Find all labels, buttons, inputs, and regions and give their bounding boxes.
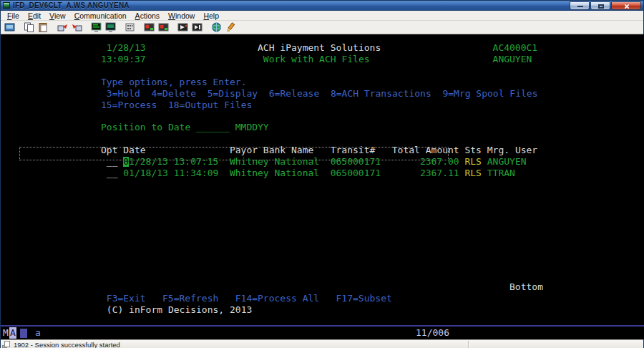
terminal-row: __01/28/13 13:07:15Whitney National06500… bbox=[101, 156, 552, 168]
terminal-cursor: 0 bbox=[123, 157, 129, 167]
title-bar[interactable]: IFD_DEV6CLT_A.WS ANGUYENA bbox=[1, 1, 643, 11]
toolbar-separator bbox=[117, 21, 122, 34]
terminal-row: Type options, press Enter. bbox=[101, 77, 552, 88]
toolbar-separator bbox=[84, 21, 89, 34]
screen-date: 1/28/13 bbox=[107, 42, 146, 54]
terminal-row: 15=Process 18=Output Files bbox=[101, 100, 552, 111]
display-session-icon bbox=[91, 22, 102, 32]
terminal-row: F3=ExitF5=RefreshF14=Process AllF17=Subs… bbox=[101, 293, 552, 304]
bottom-indicator: Bottom bbox=[509, 281, 543, 293]
record-macro-icon bbox=[144, 22, 155, 32]
application-window: IFD_DEV6CLT_A.WS ANGUYENA FileEditViewCo… bbox=[0, 0, 644, 348]
menu-view[interactable]: View bbox=[45, 11, 70, 20]
minimize-button[interactable] bbox=[570, 1, 590, 10]
payor-bank-2: Whitney National bbox=[230, 168, 319, 179]
status-bar: 1902 - Session successfully started bbox=[1, 339, 643, 348]
web-browser-icon[interactable] bbox=[209, 21, 223, 34]
step-macro-icon bbox=[192, 22, 203, 32]
opt-input-row-2[interactable]: __ bbox=[107, 168, 118, 179]
terminal-screen[interactable]: 1/28/13ACH iPayment SolutionsAC4000C113:… bbox=[101, 42, 552, 329]
col-header-opt: Opt bbox=[101, 145, 117, 156]
fkey-f3[interactable]: F3=Exit bbox=[107, 293, 146, 304]
status-message: 1902 - Session successfully started bbox=[14, 341, 120, 348]
screen-time: 13:09:37 bbox=[101, 54, 146, 65]
paste-icon bbox=[38, 22, 49, 32]
screen-capture-icon bbox=[4, 22, 15, 32]
screen-title: ACH iPayment Solutions bbox=[258, 42, 381, 54]
step-macro-icon[interactable] bbox=[190, 21, 204, 34]
fkey-f14[interactable]: F14=Process All bbox=[235, 293, 319, 304]
send-file-icon bbox=[57, 22, 68, 32]
terminal-row: 3=Hold 4=Delete 5=Display 6=Release 8=AC… bbox=[101, 88, 552, 100]
program-id: AC4000C1 bbox=[493, 42, 538, 54]
payor-bank-1: Whitney National bbox=[230, 156, 319, 168]
terminal-area[interactable]: 1/28/13ACH iPayment SolutionsAC4000C113:… bbox=[1, 34, 644, 339]
date-format-hint: MMDDYY bbox=[235, 122, 269, 133]
terminal-row: 13:09:37Work with ACH FilesANGUYEN bbox=[101, 54, 552, 65]
menu-communication[interactable]: Communication bbox=[70, 11, 131, 20]
col-header-payor: Payor Bank Name bbox=[230, 145, 313, 156]
options-line-1: 3=Hold 4=Delete 5=Display 6=Release 8=AC… bbox=[107, 88, 538, 100]
col-header-user: Mrg. User bbox=[487, 145, 537, 156]
toolbar-separator bbox=[137, 21, 142, 34]
menu-edit[interactable]: Edit bbox=[24, 11, 45, 20]
options-line-2: 15=Process 18=Output Files bbox=[101, 100, 252, 111]
transit-1: 065000171 bbox=[331, 156, 381, 168]
col-header-status: Sts bbox=[464, 145, 481, 156]
statusbar-divider bbox=[468, 341, 469, 348]
menu-file[interactable]: File bbox=[3, 11, 24, 20]
terminal-row: Position to Date______MMDDYY bbox=[101, 122, 552, 133]
terminal-row: Bottom bbox=[101, 281, 552, 293]
play-macro-icon bbox=[177, 22, 188, 32]
instruction-text: Type options, press Enter. bbox=[101, 77, 247, 88]
cursor-position-indicator: 11/006 bbox=[416, 327, 449, 339]
paste-icon[interactable] bbox=[36, 21, 50, 34]
terminal-row: 1/28/13ACH iPayment SolutionsAC4000C1 bbox=[101, 42, 552, 54]
window-title: IFD_DEV6CLT_A.WS ANGUYENA bbox=[13, 1, 130, 9]
mrg-user-2: TTRAN bbox=[487, 168, 515, 179]
opt-input-row-1[interactable]: __ bbox=[107, 156, 118, 168]
stop-macro-icon[interactable] bbox=[156, 21, 170, 34]
oia-system-indicator: M bbox=[3, 327, 9, 339]
display-session-icon[interactable] bbox=[89, 21, 103, 34]
file-date-1: 01/28/13 13:07:15 bbox=[123, 156, 218, 168]
menu-window[interactable]: Window bbox=[164, 11, 199, 20]
status-2: RLS bbox=[464, 168, 481, 179]
screen-subtitle: Work with ACH Files bbox=[263, 54, 370, 65]
play-macro-icon[interactable] bbox=[175, 21, 190, 34]
oia-keyboard-block bbox=[20, 329, 27, 338]
screen-capture-icon[interactable] bbox=[2, 21, 16, 34]
close-button[interactable] bbox=[611, 1, 641, 10]
terminal-row: __01/18/13 11:34:09Whitney National06500… bbox=[101, 168, 552, 179]
fkey-f5[interactable]: F5=Refresh bbox=[162, 293, 218, 304]
toolbar-separator bbox=[204, 21, 209, 34]
col-header-date: Date bbox=[123, 145, 145, 156]
user-id: ANGUYEN bbox=[493, 54, 532, 65]
receive-file-icon[interactable] bbox=[69, 21, 84, 34]
receive-file-icon bbox=[72, 22, 82, 32]
copy-icon bbox=[24, 22, 34, 32]
session-status-icon bbox=[2, 341, 11, 348]
highlighter-icon[interactable] bbox=[223, 21, 238, 34]
toolbar bbox=[1, 21, 643, 34]
keypad-icon bbox=[125, 22, 135, 32]
copy-icon[interactable] bbox=[21, 21, 36, 34]
col-header-amount: Total Amount bbox=[392, 145, 459, 156]
send-file-icon[interactable] bbox=[55, 21, 69, 34]
position-to-date-input[interactable]: ______ bbox=[196, 122, 230, 133]
toolbar-separator bbox=[170, 21, 175, 34]
oia-separator bbox=[1, 325, 644, 327]
menu-help[interactable]: Help bbox=[199, 11, 223, 20]
maximize-button[interactable] bbox=[590, 1, 610, 10]
copyright-text: (C) inForm Decisions, 2013 bbox=[107, 304, 253, 316]
menu-bar: FileEditViewCommunicationActionsWindowHe… bbox=[1, 11, 643, 21]
record-macro-icon[interactable] bbox=[142, 21, 156, 34]
keypad-icon[interactable] bbox=[122, 21, 137, 34]
multiple-sessions-icon[interactable] bbox=[103, 21, 117, 34]
file-date-2: 01/18/13 11:34:09 bbox=[123, 168, 218, 179]
fkey-f17[interactable]: F17=Subset bbox=[336, 293, 392, 304]
menu-actions[interactable]: Actions bbox=[131, 11, 164, 20]
toolbar-separator bbox=[16, 21, 21, 34]
window-icon bbox=[3, 2, 10, 9]
terminal-row: (C) inForm Decisions, 2013 bbox=[101, 304, 552, 316]
